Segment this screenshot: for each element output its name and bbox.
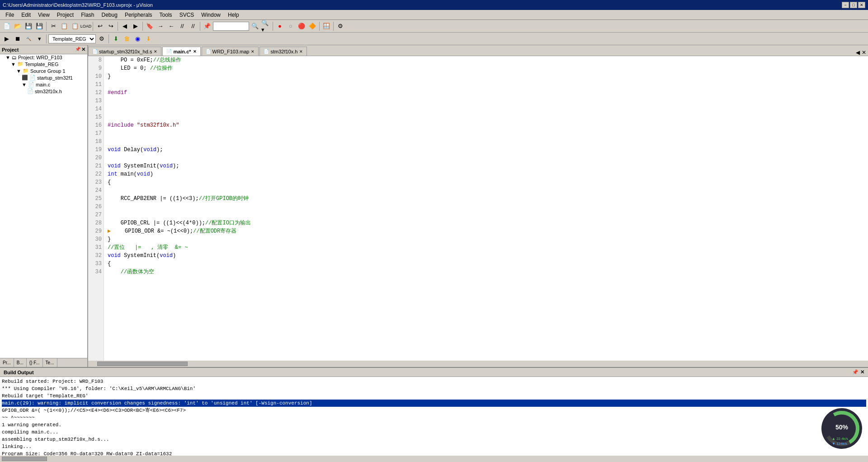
- tab-header[interactable]: 📄 stm32f10x.h ✕: [259, 47, 307, 56]
- h-scroll-thumb[interactable]: [97, 362, 188, 366]
- panel-tab-f[interactable]: {} F...: [27, 358, 43, 367]
- insert-btn[interactable]: 📌: [202, 21, 212, 31]
- load-btn[interactable]: LOAD: [81, 21, 91, 31]
- tab-map-close[interactable]: ✕: [251, 49, 255, 54]
- tree-source-group[interactable]: ▼ 📁 Source Group 1: [0, 67, 87, 74]
- undo-btn[interactable]: ↩: [95, 21, 105, 31]
- build-line: GPIOB_ODR &=( ~(1<<0));//<C5><E4><D6><C3…: [2, 407, 866, 414]
- play-btn[interactable]: ▶: [2, 34, 12, 44]
- panel-tab-b[interactable]: B...: [14, 358, 27, 367]
- code-line-15: [108, 113, 864, 121]
- stop-btn[interactable]: ⏹: [13, 34, 23, 44]
- unindent-btn[interactable]: ←: [166, 21, 176, 31]
- flash-download-btn[interactable]: ⬇: [111, 34, 121, 44]
- code-line-10: }: [108, 72, 864, 81]
- uncomment-btn[interactable]: //: [188, 21, 198, 31]
- target-settings-btn[interactable]: ⚙: [97, 34, 107, 44]
- h-scrollbar[interactable]: [88, 361, 868, 367]
- panel-close-icon[interactable]: ✕: [81, 47, 85, 52]
- tab-map[interactable]: 📄 WRD_F103.map ✕: [202, 47, 259, 56]
- build-output-scrollbar[interactable]: [0, 456, 868, 462]
- save-btn[interactable]: 💾: [24, 21, 33, 31]
- tab-scroll-left[interactable]: ◀: [856, 49, 860, 56]
- panel-tab-pr[interactable]: Pr...: [0, 358, 14, 367]
- line-num-25: 25: [90, 195, 102, 203]
- search-input[interactable]: ips200: [213, 22, 249, 31]
- tree-file-startup[interactable]: ⬛ 📄 startup_stm32f1: [0, 74, 87, 81]
- build-btn[interactable]: 🔨: [24, 34, 33, 44]
- tab-main[interactable]: 📄 main.c* ✕: [162, 47, 200, 56]
- menu-item-flash[interactable]: Flash: [77, 11, 98, 19]
- code-line-24: [108, 186, 864, 195]
- debug-start-btn[interactable]: ●: [275, 21, 285, 31]
- menu-item-help[interactable]: Help: [224, 11, 243, 19]
- titlebar-title: C:\Users\Administrator\Desktop\stm32\WRD…: [3, 2, 153, 8]
- flash-btn4[interactable]: ⬇: [143, 34, 153, 44]
- debug-stop-btn[interactable]: ○: [286, 21, 296, 31]
- tree-root-project[interactable]: ▼ 🗂 Project: WRD_F103: [0, 54, 87, 61]
- line-num-13: 13: [90, 97, 102, 105]
- tab-startup[interactable]: 📄 startup_stm32f10x_hd.s ✕: [88, 47, 161, 56]
- project-tree: ▼ 🗂 Project: WRD_F103 ▼ 📁 Template_REG: [0, 54, 87, 358]
- menu-item-file[interactable]: File: [2, 11, 18, 19]
- config-btn[interactable]: ⚙: [335, 21, 345, 31]
- code-editor[interactable]: 8910111213141516171819202122232425262728…: [88, 56, 868, 361]
- target-dropdown[interactable]: Template_REG: [48, 34, 96, 43]
- paste-btn[interactable]: 📋: [70, 21, 80, 31]
- cut-btn[interactable]: ✂: [48, 21, 58, 31]
- tab-main-close[interactable]: ✕: [193, 49, 197, 54]
- arrow-marker-29: ▶: [108, 227, 111, 235]
- build-output-pin[interactable]: 📌: [852, 369, 859, 375]
- tree-file-main[interactable]: ▼ 📄 main.c: [0, 81, 87, 88]
- search-opt-btn[interactable]: 🔍▾: [261, 21, 271, 31]
- copy-btn[interactable]: 📋: [59, 21, 69, 31]
- debug-btn3[interactable]: 🔶: [307, 21, 317, 31]
- menu-item-view[interactable]: View: [34, 11, 53, 19]
- line-num-31: 31: [90, 243, 102, 252]
- panel-tab-te[interactable]: Te...: [43, 358, 57, 367]
- nav-fwd-btn[interactable]: ▶: [131, 21, 141, 31]
- debug-btn2[interactable]: 🔴: [297, 21, 307, 31]
- redo-btn[interactable]: ↪: [106, 21, 116, 31]
- search-btn[interactable]: 🔍: [250, 21, 260, 31]
- extra-btn[interactable]: ▾: [34, 34, 44, 44]
- new-file-btn[interactable]: 📄: [2, 21, 12, 31]
- svg-text:50%: 50%: [835, 424, 849, 431]
- window-btn[interactable]: 🪟: [321, 21, 331, 31]
- line-num-32: 32: [90, 252, 102, 260]
- menu-item-tools[interactable]: Tools: [156, 11, 176, 19]
- minimize-button[interactable]: −: [842, 2, 849, 8]
- nav-back-btn[interactable]: ◀: [120, 21, 130, 31]
- build-scroll-thumb[interactable]: [2, 457, 47, 461]
- line-num-18: 18: [90, 138, 102, 146]
- menu-item-peripherals[interactable]: Peripherals: [121, 11, 156, 19]
- toolbar1: 📄 📂 💾 💾 ✂ 📋 📋 LOAD ↩ ↪ ◀ ▶ 🔖 → ← // // 📌…: [0, 20, 868, 33]
- tab-startup-close[interactable]: ✕: [154, 49, 157, 54]
- build-line: Rebuild started: Project: WRD_F103: [2, 378, 866, 385]
- code-content[interactable]: PO = 0xFE;//总线操作 LED = 0; //位操作}#endif#i…: [104, 56, 868, 361]
- close-button[interactable]: ✕: [858, 2, 865, 8]
- line-num-9: 9: [90, 64, 102, 72]
- tree-file-header[interactable]: 📄 stm32f10x.h: [0, 88, 87, 95]
- menu-item-window[interactable]: Window: [198, 11, 224, 19]
- menu-item-debug[interactable]: Debug: [98, 11, 121, 19]
- save-all-btn[interactable]: 💾: [34, 21, 44, 31]
- menu-item-edit[interactable]: Edit: [18, 11, 34, 19]
- flash-btn3[interactable]: ◉: [132, 34, 142, 44]
- line-num-10: 10: [90, 72, 102, 81]
- menu-item-svcs[interactable]: SVCS: [176, 11, 198, 19]
- bookmark-btn[interactable]: 🔖: [145, 21, 155, 31]
- comment-btn[interactable]: //: [177, 21, 187, 31]
- tab-scroll-right[interactable]: ✕: [862, 49, 866, 56]
- build-output-close[interactable]: ✕: [860, 369, 864, 375]
- open-btn[interactable]: 📂: [13, 21, 23, 31]
- indent-btn[interactable]: →: [156, 21, 165, 31]
- main-layout: Project 📌 ✕ ▼ 🗂 Project: WRD_F103: [0, 45, 868, 462]
- panel-pin-icon[interactable]: 📌: [75, 47, 80, 52]
- code-line-11: [108, 81, 864, 89]
- tree-template[interactable]: ▼ 📁 Template_REG: [0, 61, 87, 67]
- tab-header-close[interactable]: ✕: [299, 49, 303, 54]
- menu-item-project[interactable]: Project: [53, 11, 77, 19]
- restore-button[interactable]: □: [850, 2, 857, 8]
- flash-erase-btn[interactable]: 🗑: [122, 34, 132, 44]
